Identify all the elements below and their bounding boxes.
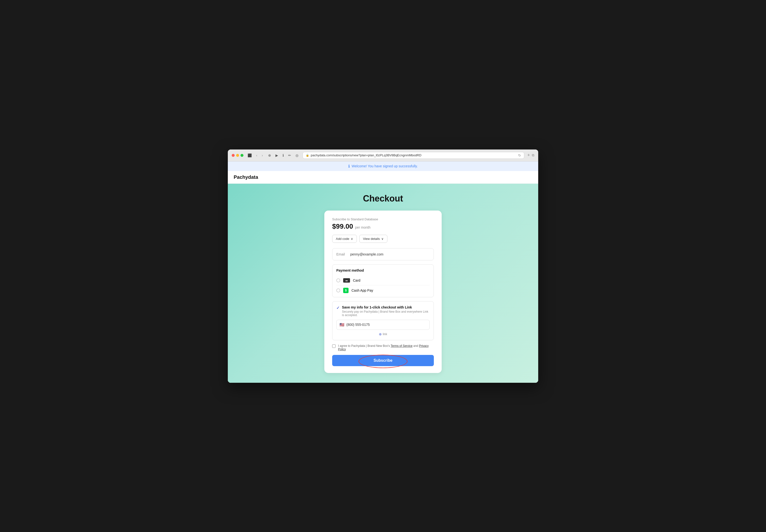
cashapp-label: Cash App Pay	[351, 288, 373, 292]
link-save-description: Securely pay on Pachydata | Brand New Bo…	[342, 310, 430, 317]
email-row: Email penny@example.com	[336, 252, 430, 256]
notification-banner: ℹ Welcome! You have signed up successful…	[228, 161, 538, 171]
cashapp-payment-option[interactable]: $ Cash App Pay	[336, 285, 430, 293]
add-code-button[interactable]: Add code ∨	[332, 235, 357, 243]
search-icon[interactable]: ⊕	[267, 153, 272, 158]
browser-chrome: ⬛ ‹ › ⊕ ▶ ℹ ✏ ◎ 🔒 ↻ + ⧉	[228, 149, 538, 161]
cash-app-icon: $	[343, 288, 348, 293]
view-details-chevron-icon: ∨	[381, 237, 384, 241]
maximize-button[interactable]	[240, 154, 243, 157]
notification-info-icon: ℹ	[348, 164, 350, 169]
link-section: ✓ Save my info for 1-click checkout with…	[332, 301, 434, 340]
checkout-title: Checkout	[363, 193, 403, 204]
back-icon[interactable]: ‹	[255, 153, 258, 158]
forward-icon[interactable]: ›	[260, 153, 264, 158]
credit-card-icon: ▬	[343, 278, 350, 283]
subscribe-btn-wrapper: Subscribe	[332, 355, 434, 366]
browser-controls: ⬛ ‹ ›	[246, 153, 264, 158]
link-brand-label: link	[383, 332, 387, 336]
sidebar-toggle-icon[interactable]: ⬛	[246, 153, 253, 158]
address-bar-container[interactable]: 🔒 ↻	[302, 152, 524, 159]
cashapp-radio-button[interactable]	[336, 288, 340, 292]
payment-method-title: Payment method	[336, 268, 430, 272]
link-save-title: Save my info for 1-click checkout with L…	[342, 305, 430, 309]
windows-icon[interactable]: ⧉	[532, 153, 534, 157]
info-icon[interactable]: ℹ	[281, 153, 285, 158]
subscribe-button[interactable]: Subscribe	[332, 355, 434, 366]
price-row: $99.00 per month	[332, 223, 434, 230]
price-amount: $99.00	[332, 223, 353, 230]
view-details-label: View details	[363, 237, 380, 241]
terms-and: and	[413, 344, 419, 348]
terms-row: I agree to Pachydata | Brand New Box's T…	[332, 344, 434, 351]
link-save-info: Save my info for 1-click checkout with L…	[342, 305, 430, 317]
flag-us-icon: 🇺🇸	[339, 322, 344, 327]
minimize-button[interactable]	[236, 154, 239, 157]
close-button[interactable]	[232, 154, 235, 157]
payment-section: Payment method ▬ Card $ Cash App Pay	[332, 264, 434, 297]
email-value: penny@example.com	[350, 252, 384, 256]
link-logo-icon: ⊕	[379, 332, 382, 336]
phone-input[interactable]	[346, 323, 427, 327]
traffic-lights	[232, 154, 243, 157]
refresh-icon[interactable]: ↻	[518, 153, 521, 157]
site-header: Pachydata	[228, 171, 538, 184]
price-period: per month	[355, 225, 370, 229]
coupon-row: Add code ∨ View details ∨	[332, 235, 434, 243]
link-brand-row: ⊕ link	[336, 332, 430, 336]
terms-text: I agree to Pachydata | Brand New Box's T…	[338, 344, 434, 351]
address-bar[interactable]	[311, 153, 517, 157]
email-section: Email penny@example.com	[332, 248, 434, 260]
page-content: ℹ Welcome! You have signed up successful…	[228, 161, 538, 383]
target-icon[interactable]: ◎	[294, 153, 300, 158]
lock-icon: 🔒	[306, 154, 309, 157]
terms-of-service-link[interactable]: Terms of Service	[391, 344, 412, 348]
terms-checkbox[interactable]	[332, 344, 335, 348]
card-label: Card	[353, 278, 360, 282]
card-radio-button[interactable]	[336, 278, 340, 282]
link-save-row: ✓ Save my info for 1-click checkout with…	[336, 305, 430, 317]
phone-input-row[interactable]: 🇺🇸	[336, 320, 430, 330]
add-code-label: Add code	[336, 237, 349, 241]
browser-actions: + ⧉	[527, 153, 534, 158]
play-icon[interactable]: ▶	[274, 153, 279, 158]
view-details-button[interactable]: View details ∨	[359, 235, 388, 243]
subscribe-label: Subscribe to Standard Database	[332, 217, 434, 221]
site-logo[interactable]: Pachydata	[234, 174, 258, 180]
checkmark-icon: ✓	[336, 306, 339, 310]
checkout-background: Checkout Subscribe to Standard Database …	[228, 184, 538, 383]
terms-prefix: I agree to Pachydata | Brand New Box's	[338, 344, 391, 348]
email-label: Email	[336, 252, 347, 256]
browser-window: ⬛ ‹ › ⊕ ▶ ℹ ✏ ◎ 🔒 ↻ + ⧉ ℹ Welcome! You h…	[228, 149, 538, 383]
pen-icon[interactable]: ✏	[287, 153, 292, 158]
notification-message: Welcome! You have signed up successfully…	[352, 164, 418, 168]
checkout-card: Subscribe to Standard Database $99.00 pe…	[324, 211, 442, 373]
new-tab-icon[interactable]: +	[527, 153, 530, 158]
card-payment-option[interactable]: ▬ Card	[336, 276, 430, 285]
add-code-chevron-icon: ∨	[351, 237, 353, 241]
toolbar-icons: ⊕ ▶ ℹ ✏ ◎	[267, 153, 300, 158]
